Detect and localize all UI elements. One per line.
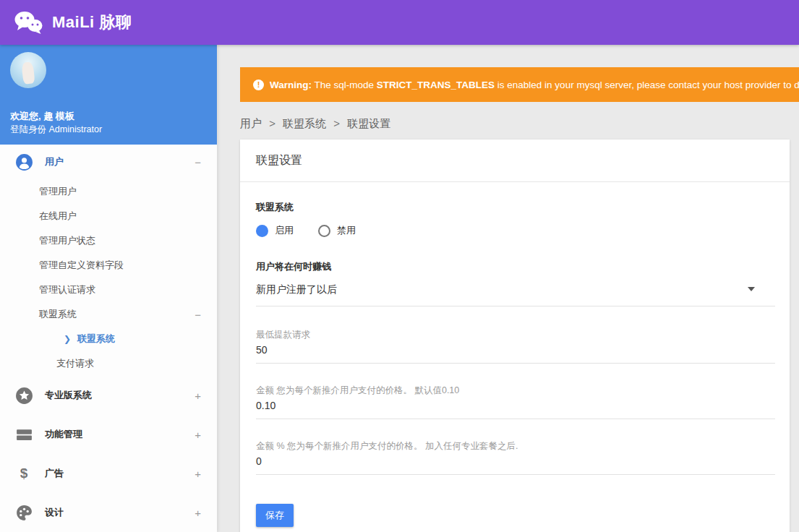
breadcrumb-item-affiliate-settings[interactable]: 联盟设置 [347,117,390,129]
sidebar-item-label: 联盟系统 [39,308,77,321]
amount-percent-input[interactable]: 0 [256,455,775,475]
welcome-text: 欢迎您, 趣 模板 [10,109,207,123]
sidebar-item-label: 管理用户 [39,185,77,198]
amount-input[interactable]: 0.10 [256,400,775,419]
sidebar-item-custom-fields[interactable]: 管理自定义资料字段 [0,253,217,278]
chevron-right-icon: ❯ [64,334,71,344]
expand-icon[interactable]: + [195,390,201,402]
sidebar-item-user-status[interactable]: 管理用户状态 [0,228,217,253]
affiliate-settings-card: 联盟设置 联盟系统 启用 禁用 用户将在何时赚钱 [240,140,790,532]
sidebar-section-ads[interactable]: $ 广告 + [0,454,217,493]
dollar-icon: $ [14,464,33,483]
brand-name: MaiLi 脉聊 [52,12,132,33]
sidebar-item-label: 联盟系统 [77,332,115,346]
sidebar: 欢迎您, 趣 模板 登陆身份 Administrator 用户 − 管理用户 在… [0,45,217,532]
caret-down-icon [748,287,755,291]
sidebar-item-affiliate-system[interactable]: 联盟系统 − [0,302,217,327]
expand-icon[interactable]: + [195,468,201,480]
sidebar-section-users[interactable]: 用户 − [0,145,217,179]
breadcrumb-item-affiliate-system[interactable]: 联盟系统 [283,117,326,129]
breadcrumb-item-users[interactable]: 用户 [240,117,262,129]
top-header-bar: MaiLi 脉聊 [0,0,799,45]
earn-when-group: 用户将在何时赚钱 新用户注册了以后 [256,260,775,306]
sidebar-section-design[interactable]: 设计 + [0,493,217,532]
expand-icon[interactable]: + [195,507,201,519]
breadcrumb-separator: > [333,117,340,129]
breadcrumb: 用户 > 联盟系统 > 联盟设置 [240,117,799,131]
avatar[interactable] [10,52,46,88]
wechat-logo-icon [13,10,43,35]
sidebar-section-label: 广告 [45,467,64,480]
sidebar-item-verification-requests[interactable]: 管理认证请求 [0,278,217,302]
card-title: 联盟设置 [240,140,790,182]
collapse-icon[interactable]: − [195,309,201,321]
sidebar-item-payment-requests[interactable]: 支付请求 [0,351,217,376]
amount-percent-group: 金额 % 您为每个新推介用户支付的价格。 加入任何专业套餐之后. 0 [256,440,775,475]
earn-when-select[interactable]: 新用户注册了以后 [256,283,775,306]
affiliate-system-group: 联盟系统 启用 禁用 [256,201,775,237]
sidebar-section-label: 功能管理 [45,428,82,441]
sidebar-item-label: 管理用户状态 [39,234,95,247]
min-withdrawal-label: 最低提款请求 [256,329,775,341]
sidebar-item-label: 管理认证请求 [39,283,95,296]
user-icon [14,153,33,171]
sidebar-section-label: 用户 [45,155,64,168]
star-icon [14,386,33,405]
sidebar-item-online-users[interactable]: 在线用户 [0,204,217,228]
radio-option-disable[interactable]: 禁用 [318,224,356,237]
sidebar-section-label: 设计 [45,506,64,519]
sidebar-item-manage-users[interactable]: 管理用户 [0,179,217,204]
sidebar-item-affiliate-system-active[interactable]: ❯ 联盟系统 [0,327,217,351]
sidebar-item-label: 支付请求 [56,357,94,370]
earn-when-label: 用户将在何时赚钱 [256,260,775,273]
sidebar-item-label: 管理自定义资料字段 [39,259,124,272]
sidebar-section-features[interactable]: 功能管理 + [0,415,217,454]
radio-option-enable[interactable]: 启用 [256,224,294,237]
amount-label: 金额 您为每个新推介用户支付的价格。 默认值0.10 [256,385,775,397]
min-withdrawal-group: 最低提款请求 50 [256,329,775,364]
main-content: ! Warning: The sql-mode STRICT_TRANS_TAB… [217,45,799,532]
exclamation-circle-icon: ! [253,80,264,90]
min-withdrawal-input[interactable]: 50 [256,344,775,364]
radio-unselected-icon[interactable] [318,225,330,237]
radio-label: 禁用 [337,224,356,237]
save-button[interactable]: 保存 [256,504,294,527]
breadcrumb-separator: > [269,117,275,129]
sidebar-section-label: 专业版系统 [45,389,92,402]
radio-selected-icon[interactable] [256,225,268,237]
amount-group: 金额 您为每个新推介用户支付的价格。 默认值0.10 0.10 [256,385,775,419]
expand-icon[interactable]: + [195,429,201,441]
radio-label: 启用 [275,224,294,237]
palette-icon [14,503,33,522]
sidebar-section-pro-system[interactable]: 专业版系统 + [0,376,217,415]
brand[interactable]: MaiLi 脉聊 [13,10,132,35]
warning-text: Warning: The sql-mode STRICT_TRANS_TABLE… [270,80,799,90]
earn-when-value: 新用户注册了以后 [256,283,337,295]
collapse-icon[interactable]: − [195,156,201,168]
sidebar-menu: 用户 − 管理用户 在线用户 管理用户状态 管理自定义资料字段 管理认证请求 联… [0,145,217,532]
warning-banner: ! Warning: The sql-mode STRICT_TRANS_TAB… [240,67,799,102]
sidebar-item-label: 在线用户 [39,210,77,223]
login-role-text: 登陆身份 Administrator [10,123,207,136]
amount-percent-label: 金额 % 您为每个新推介用户支付的价格。 加入任何专业套餐之后. [256,440,775,452]
sidebar-profile: 欢迎您, 趣 模板 登陆身份 Administrator [0,45,217,145]
layers-icon [14,425,33,444]
affiliate-system-label: 联盟系统 [256,201,775,214]
